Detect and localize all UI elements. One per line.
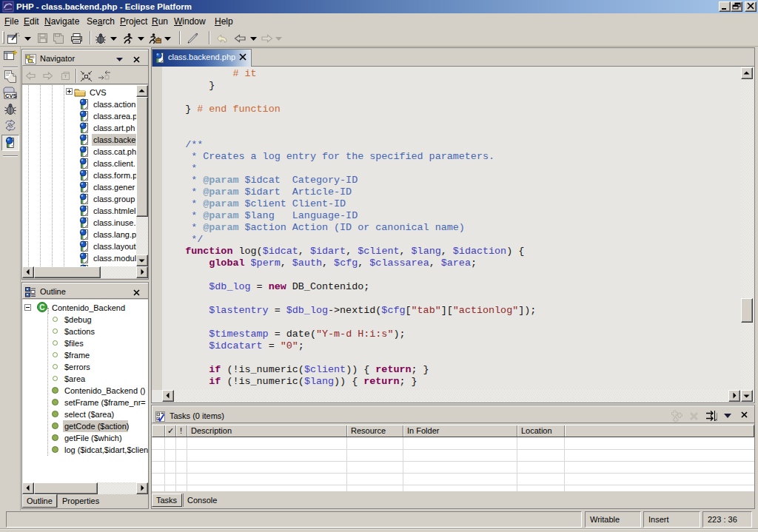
svg-text:CVS: CVS <box>5 92 16 99</box>
svg-text:C: C <box>39 303 44 312</box>
